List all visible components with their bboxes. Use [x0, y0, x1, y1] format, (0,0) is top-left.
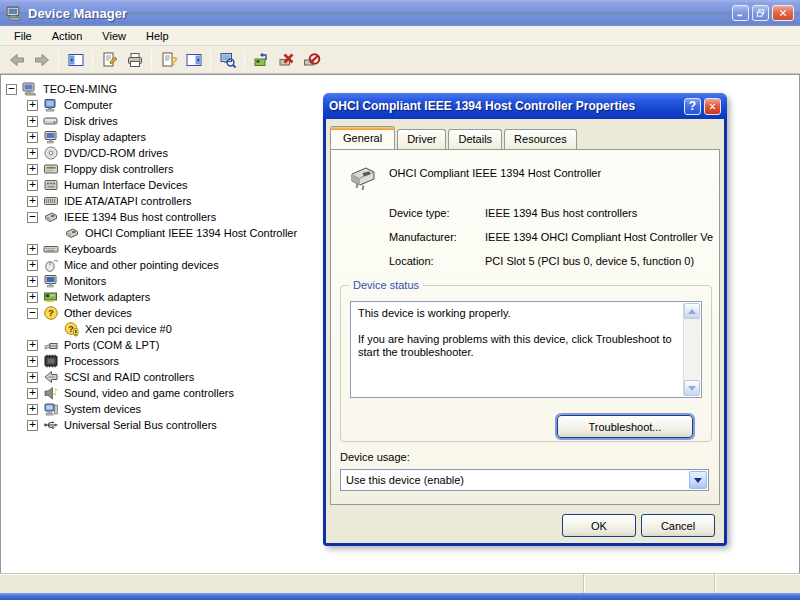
- cancel-button[interactable]: Cancel: [641, 514, 715, 537]
- device-status-text[interactable]: This device is working properly. If you …: [350, 301, 702, 398]
- mouse-icon: [43, 257, 59, 273]
- scroll-up-button[interactable]: [684, 303, 700, 319]
- dialog-help-button[interactable]: ?: [684, 98, 701, 115]
- expand-expander[interactable]: +: [27, 180, 38, 191]
- status-panel-2: [583, 574, 714, 593]
- close-button[interactable]: [772, 5, 794, 21]
- tree-item-label: Ports (COM & LPT): [64, 339, 159, 351]
- expand-expander[interactable]: +: [27, 244, 38, 255]
- sound-device-icon: ♪: [43, 385, 59, 401]
- tree-item-label: IDE ATA/ATAPI controllers: [64, 195, 192, 207]
- window-title: Device Manager: [28, 6, 729, 21]
- print-button[interactable]: [122, 48, 147, 72]
- update-driver-button[interactable]: [249, 48, 274, 72]
- device-manager-app-icon: [6, 5, 23, 22]
- floppy-controller-icon: [43, 161, 59, 177]
- field-value: IEEE 1394 OHCI Compliant Host Controller…: [485, 231, 714, 243]
- expand-expander[interactable]: +: [27, 164, 38, 175]
- scan-hardware-button[interactable]: [215, 48, 240, 72]
- expand-expander[interactable]: +: [27, 100, 38, 111]
- menu-view[interactable]: View: [92, 28, 136, 44]
- uninstall-device-button[interactable]: [299, 48, 324, 72]
- expand-expander[interactable]: +: [27, 372, 38, 383]
- chevron-down-icon: [694, 478, 702, 483]
- tree-item-label: Processors: [64, 355, 119, 367]
- restore-button[interactable]: [752, 5, 769, 21]
- action-pane-button[interactable]: [181, 48, 206, 72]
- status-line-1: This device is working properly.: [358, 307, 677, 320]
- dialog-title: OHCI Compliant IEEE 1394 Host Controller…: [329, 99, 681, 113]
- troubleshoot-button[interactable]: Troubleshoot...: [557, 415, 693, 438]
- firewire-icon: [43, 209, 59, 225]
- status-scrollbar[interactable]: [683, 303, 700, 396]
- tab-details[interactable]: Details: [448, 129, 502, 149]
- tree-item-label: Monitors: [64, 275, 106, 287]
- tree-item-label: Network adapters: [64, 291, 150, 303]
- help-doc-button[interactable]: ?: [156, 48, 181, 72]
- ok-button[interactable]: OK: [562, 514, 636, 537]
- tree-item-label: Other devices: [64, 307, 132, 319]
- tab-general[interactable]: General: [330, 126, 395, 149]
- hid-device-icon: [43, 177, 59, 193]
- tree-item-label: Xen pci device #0: [85, 323, 172, 335]
- properties-dialog: OHCI Compliant IEEE 1394 Host Controller…: [323, 93, 727, 546]
- unknown-device-warning-icon: ?: [64, 321, 80, 337]
- expand-expander[interactable]: +: [27, 356, 38, 367]
- scsi-controller-icon: [43, 369, 59, 385]
- menu-file[interactable]: File: [4, 28, 42, 44]
- forward-button[interactable]: [29, 48, 54, 72]
- toolbar-separator: [210, 50, 211, 70]
- tree-item-label: IEEE 1394 Bus host controllers: [64, 211, 216, 223]
- firewire-device-icon: [347, 160, 379, 192]
- disk-drive-icon: [43, 113, 59, 129]
- expand-expander[interactable]: +: [27, 196, 38, 207]
- field-row-manufacturer: Manufacturer:IEEE 1394 OHCI Compliant Ho…: [389, 231, 714, 255]
- svg-text:?: ?: [68, 324, 74, 334]
- expand-expander[interactable]: +: [27, 420, 38, 431]
- display-adapter-icon: [43, 129, 59, 145]
- disable-device-button[interactable]: [274, 48, 299, 72]
- tab-driver[interactable]: Driver: [397, 129, 446, 149]
- expand-expander[interactable]: +: [27, 404, 38, 415]
- tree-item-label: Universal Serial Bus controllers: [64, 419, 217, 431]
- tree-item-label: Keyboards: [64, 243, 117, 255]
- svg-text:?: ?: [171, 55, 178, 67]
- collapse-expander[interactable]: −: [6, 84, 17, 95]
- field-label: Manufacturer:: [389, 231, 485, 243]
- network-adapter-icon: [43, 289, 59, 305]
- field-label: Device type:: [389, 207, 485, 219]
- expand-expander[interactable]: +: [27, 260, 38, 271]
- collapse-expander[interactable]: −: [27, 212, 38, 223]
- console-tree-button[interactable]: [63, 48, 88, 72]
- properties-button[interactable]: [97, 48, 122, 72]
- tab-page-general: OHCI Compliant IEEE 1394 Host Controller…: [330, 149, 720, 505]
- expand-expander[interactable]: +: [27, 388, 38, 399]
- expand-expander[interactable]: +: [27, 148, 38, 159]
- minimize-button[interactable]: [732, 5, 749, 21]
- back-button[interactable]: [4, 48, 29, 72]
- tab-resources[interactable]: Resources: [504, 129, 577, 149]
- usb-controller-icon: [43, 417, 59, 433]
- menu-action[interactable]: Action: [42, 28, 93, 44]
- menu-help[interactable]: Help: [136, 28, 179, 44]
- collapse-expander[interactable]: −: [27, 308, 38, 319]
- device-usage-label: Device usage:: [340, 451, 410, 463]
- tree-item-label: OHCI Compliant IEEE 1394 Host Controller: [85, 227, 297, 239]
- toolbar-separator: [92, 50, 93, 70]
- expand-expander[interactable]: +: [27, 292, 38, 303]
- expand-expander[interactable]: +: [27, 340, 38, 351]
- monitor-icon: [43, 273, 59, 289]
- expand-expander[interactable]: +: [27, 116, 38, 127]
- tree-item-label: TEO-EN-MING: [43, 83, 117, 95]
- firewire-icon: [64, 225, 80, 241]
- status-bar: [0, 573, 800, 593]
- dialog-titlebar: OHCI Compliant IEEE 1394 Host Controller…: [323, 93, 727, 119]
- device-usage-value: Use this device (enable): [346, 474, 464, 486]
- expand-expander[interactable]: +: [27, 132, 38, 143]
- dialog-close-button[interactable]: [704, 98, 721, 115]
- tree-item-label: SCSI and RAID controllers: [64, 371, 194, 383]
- device-usage-select[interactable]: Use this device (enable): [340, 469, 709, 491]
- expand-expander[interactable]: +: [27, 276, 38, 287]
- combo-dropdown-button[interactable]: [689, 471, 707, 489]
- scroll-down-button[interactable]: [684, 380, 700, 396]
